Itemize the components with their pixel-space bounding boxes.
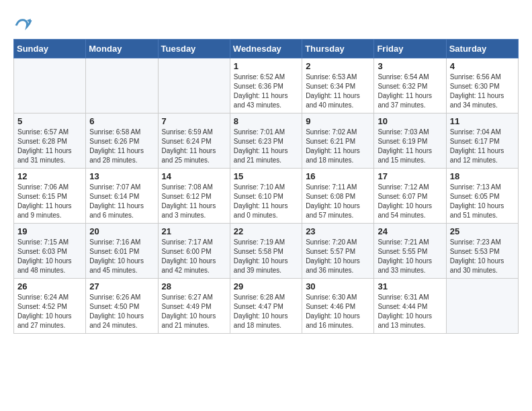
day-number: 9: [306, 116, 370, 126]
day-number: 22: [234, 226, 298, 236]
day-number: 25: [450, 226, 515, 236]
day-info: Sunrise: 7:02 AM Sunset: 6:21 PM Dayligh…: [306, 128, 370, 165]
day-number: 11: [450, 116, 515, 126]
day-number: 17: [378, 171, 442, 181]
day-info: Sunrise: 6:57 AM Sunset: 6:28 PM Dayligh…: [17, 128, 82, 165]
calendar-cell: [86, 58, 158, 113]
calendar-cell: 8Sunrise: 7:01 AM Sunset: 6:23 PM Daylig…: [230, 113, 302, 169]
calendar-week-row: 5Sunrise: 6:57 AM Sunset: 6:28 PM Daylig…: [14, 113, 519, 169]
calendar-cell: 24Sunrise: 7:21 AM Sunset: 5:55 PM Dayli…: [374, 224, 446, 279]
calendar-cell: 26Sunrise: 6:24 AM Sunset: 4:52 PM Dayli…: [14, 279, 86, 334]
calendar-week-row: 1Sunrise: 6:52 AM Sunset: 6:36 PM Daylig…: [14, 58, 519, 113]
calendar-cell: 12Sunrise: 7:06 AM Sunset: 6:15 PM Dayli…: [14, 169, 86, 224]
day-info: Sunrise: 6:56 AM Sunset: 6:30 PM Dayligh…: [450, 73, 515, 110]
day-info: Sunrise: 6:53 AM Sunset: 6:34 PM Dayligh…: [306, 73, 370, 110]
day-info: Sunrise: 6:58 AM Sunset: 6:26 PM Dayligh…: [89, 128, 154, 165]
day-number: 12: [17, 171, 82, 181]
day-info: Sunrise: 6:59 AM Sunset: 6:24 PM Dayligh…: [162, 128, 226, 165]
calendar-cell: 21Sunrise: 7:17 AM Sunset: 6:00 PM Dayli…: [158, 224, 230, 279]
day-info: Sunrise: 7:06 AM Sunset: 6:15 PM Dayligh…: [17, 183, 82, 220]
day-number: 15: [234, 171, 298, 181]
day-info: Sunrise: 7:12 AM Sunset: 6:07 PM Dayligh…: [378, 183, 442, 220]
day-info: Sunrise: 6:28 AM Sunset: 4:47 PM Dayligh…: [234, 293, 298, 330]
day-number: 26: [17, 281, 82, 291]
calendar-week-row: 26Sunrise: 6:24 AM Sunset: 4:52 PM Dayli…: [14, 279, 519, 334]
calendar-cell: 13Sunrise: 7:07 AM Sunset: 6:14 PM Dayli…: [86, 169, 158, 224]
calendar-cell: 6Sunrise: 6:58 AM Sunset: 6:26 PM Daylig…: [86, 113, 158, 169]
day-info: Sunrise: 6:52 AM Sunset: 6:36 PM Dayligh…: [234, 73, 298, 110]
day-number: 16: [306, 171, 370, 181]
day-info: Sunrise: 7:21 AM Sunset: 5:55 PM Dayligh…: [378, 238, 442, 275]
calendar-cell: 5Sunrise: 6:57 AM Sunset: 6:28 PM Daylig…: [14, 113, 86, 169]
calendar-cell: [158, 58, 230, 113]
day-number: 8: [234, 116, 298, 126]
calendar-cell: 2Sunrise: 6:53 AM Sunset: 6:34 PM Daylig…: [302, 58, 374, 113]
page: SundayMondayTuesdayWednesdayThursdayFrid…: [0, 0, 532, 340]
day-number: 30: [306, 281, 370, 291]
day-info: Sunrise: 6:30 AM Sunset: 4:46 PM Dayligh…: [306, 293, 370, 330]
weekday-header: Sunday: [14, 40, 86, 58]
calendar-cell: 1Sunrise: 6:52 AM Sunset: 6:36 PM Daylig…: [230, 58, 302, 113]
day-number: 13: [89, 171, 154, 181]
calendar-cell: [14, 58, 86, 113]
calendar-cell: 9Sunrise: 7:02 AM Sunset: 6:21 PM Daylig…: [302, 113, 374, 169]
calendar-cell: 16Sunrise: 7:11 AM Sunset: 6:08 PM Dayli…: [302, 169, 374, 224]
day-number: 5: [17, 116, 82, 126]
day-info: Sunrise: 7:07 AM Sunset: 6:14 PM Dayligh…: [89, 183, 154, 220]
day-info: Sunrise: 7:17 AM Sunset: 6:00 PM Dayligh…: [162, 238, 226, 275]
calendar-cell: 22Sunrise: 7:19 AM Sunset: 5:58 PM Dayli…: [230, 224, 302, 279]
calendar-cell: 7Sunrise: 6:59 AM Sunset: 6:24 PM Daylig…: [158, 113, 230, 169]
day-number: 14: [162, 171, 226, 181]
calendar-cell: 19Sunrise: 7:15 AM Sunset: 6:03 PM Dayli…: [14, 224, 86, 279]
day-number: 31: [378, 281, 442, 291]
logo: [13, 13, 34, 32]
day-number: 27: [89, 281, 154, 291]
weekday-header: Thursday: [302, 40, 374, 58]
day-number: 4: [450, 61, 515, 71]
day-number: 7: [162, 116, 226, 126]
day-number: 23: [306, 226, 370, 236]
calendar-cell: 14Sunrise: 7:08 AM Sunset: 6:12 PM Dayli…: [158, 169, 230, 224]
day-number: 18: [450, 171, 515, 181]
calendar-cell: 30Sunrise: 6:30 AM Sunset: 4:46 PM Dayli…: [302, 279, 374, 334]
day-info: Sunrise: 7:03 AM Sunset: 6:19 PM Dayligh…: [378, 128, 442, 165]
day-number: 6: [89, 116, 154, 126]
day-number: 29: [234, 281, 298, 291]
calendar-cell: 27Sunrise: 6:26 AM Sunset: 4:50 PM Dayli…: [86, 279, 158, 334]
calendar-week-row: 19Sunrise: 7:15 AM Sunset: 6:03 PM Dayli…: [14, 224, 519, 279]
day-info: Sunrise: 7:23 AM Sunset: 5:53 PM Dayligh…: [450, 238, 515, 275]
calendar-cell: 31Sunrise: 6:31 AM Sunset: 4:44 PM Dayli…: [374, 279, 446, 334]
header: [13, 13, 519, 32]
calendar-cell: 10Sunrise: 7:03 AM Sunset: 6:19 PM Dayli…: [374, 113, 446, 169]
weekday-header: Saturday: [446, 40, 518, 58]
weekday-header: Wednesday: [230, 40, 302, 58]
day-info: Sunrise: 7:04 AM Sunset: 6:17 PM Dayligh…: [450, 128, 515, 165]
day-info: Sunrise: 6:26 AM Sunset: 4:50 PM Dayligh…: [89, 293, 154, 330]
day-info: Sunrise: 6:31 AM Sunset: 4:44 PM Dayligh…: [378, 293, 442, 330]
day-number: 3: [378, 61, 442, 71]
calendar-cell: 18Sunrise: 7:13 AM Sunset: 6:05 PM Dayli…: [446, 169, 518, 224]
calendar-cell: 4Sunrise: 6:56 AM Sunset: 6:30 PM Daylig…: [446, 58, 518, 113]
calendar-cell: 23Sunrise: 7:20 AM Sunset: 5:57 PM Dayli…: [302, 224, 374, 279]
day-info: Sunrise: 7:11 AM Sunset: 6:08 PM Dayligh…: [306, 183, 370, 220]
calendar-cell: 25Sunrise: 7:23 AM Sunset: 5:53 PM Dayli…: [446, 224, 518, 279]
day-number: 19: [17, 226, 82, 236]
calendar-cell: 11Sunrise: 7:04 AM Sunset: 6:17 PM Dayli…: [446, 113, 518, 169]
weekday-header: Monday: [86, 40, 158, 58]
day-info: Sunrise: 7:19 AM Sunset: 5:58 PM Dayligh…: [234, 238, 298, 275]
calendar-cell: 15Sunrise: 7:10 AM Sunset: 6:10 PM Dayli…: [230, 169, 302, 224]
calendar-cell: 28Sunrise: 6:27 AM Sunset: 4:49 PM Dayli…: [158, 279, 230, 334]
day-number: 10: [378, 116, 442, 126]
calendar-cell: 29Sunrise: 6:28 AM Sunset: 4:47 PM Dayli…: [230, 279, 302, 334]
day-info: Sunrise: 7:15 AM Sunset: 6:03 PM Dayligh…: [17, 238, 82, 275]
day-info: Sunrise: 7:20 AM Sunset: 5:57 PM Dayligh…: [306, 238, 370, 275]
calendar-cell: 3Sunrise: 6:54 AM Sunset: 6:32 PM Daylig…: [374, 58, 446, 113]
day-number: 24: [378, 226, 442, 236]
calendar-week-row: 12Sunrise: 7:06 AM Sunset: 6:15 PM Dayli…: [14, 169, 519, 224]
calendar: SundayMondayTuesdayWednesdayThursdayFrid…: [13, 39, 519, 334]
calendar-cell: [446, 279, 518, 334]
day-number: 2: [306, 61, 370, 71]
calendar-cell: 17Sunrise: 7:12 AM Sunset: 6:07 PM Dayli…: [374, 169, 446, 224]
weekday-header: Tuesday: [158, 40, 230, 58]
calendar-cell: 20Sunrise: 7:16 AM Sunset: 6:01 PM Dayli…: [86, 224, 158, 279]
